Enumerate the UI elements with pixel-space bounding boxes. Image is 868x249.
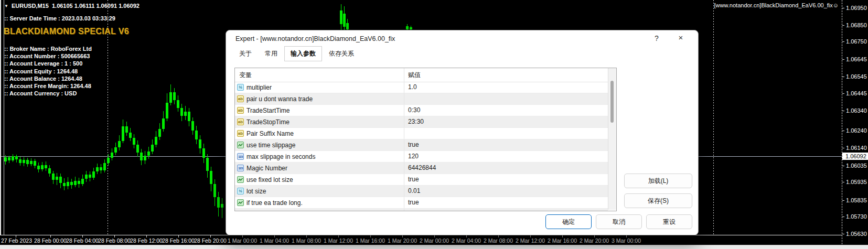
price-axis-label: 1.06445 xyxy=(846,90,867,96)
candle-body xyxy=(8,157,10,160)
param-value-cell[interactable]: 0:30 xyxy=(404,105,608,116)
account-info-line: :: Account Number : 500665663 xyxy=(4,52,92,60)
table-row[interactable]: ½multiplier1.0 xyxy=(235,82,608,93)
candle-body xyxy=(34,161,36,166)
candle-body xyxy=(406,26,409,29)
price-tick xyxy=(842,182,844,182)
symbol-dropdown-icon[interactable]: ▼ xyxy=(4,4,8,8)
param-name-cell: use fixed lot size xyxy=(235,174,404,185)
table-row[interactable]: abPair Suffix Name xyxy=(235,128,608,139)
current-price-label: 1.06092 xyxy=(842,153,868,160)
price-tick xyxy=(842,77,844,77)
candle-body xyxy=(221,204,223,208)
param-type-icon-text: ab xyxy=(237,130,244,137)
table-row[interactable]: if true ea trade long.true xyxy=(235,197,608,209)
candle-body xyxy=(59,177,62,183)
table-row[interactable]: ½lot size0.01 xyxy=(235,186,608,197)
candle-body xyxy=(210,171,212,184)
candle-body xyxy=(346,23,349,29)
param-name-cell: abTradeStartTime xyxy=(235,105,404,116)
candle-body xyxy=(184,112,187,116)
param-value-cell[interactable]: 120 xyxy=(404,151,608,162)
tab-item[interactable]: 依存关系 xyxy=(323,47,360,61)
cancel-button[interactable]: 取消 xyxy=(596,214,642,229)
price-axis-label: 1.06850 xyxy=(846,22,867,28)
price-axis-label: 1.05835 xyxy=(846,197,867,203)
param-name-cell: 123Magic Number xyxy=(235,163,404,174)
candle-body xyxy=(96,167,99,171)
candle-body xyxy=(151,145,154,151)
table-scrollbar-thumb[interactable] xyxy=(610,81,614,123)
candle-body xyxy=(147,151,150,156)
time-axis-label: 2 Mar 16:00 xyxy=(548,237,577,244)
param-value-cell[interactable]: 1.0 xyxy=(404,82,608,93)
candle-body xyxy=(89,175,91,178)
candle-body xyxy=(118,141,121,147)
time-axis-label: 28 Feb 16:00 xyxy=(162,237,195,244)
candle-body xyxy=(140,153,143,160)
price-axis-label: 1.06035 xyxy=(846,163,867,169)
close-button[interactable]: × xyxy=(673,33,689,45)
param-name-cell: if true ea trade long. xyxy=(235,197,404,208)
table-row[interactable]: abTradeStartTime0:30 xyxy=(235,105,608,116)
param-type-icon-text: ab xyxy=(237,95,244,102)
param-value-cell[interactable]: 0.01 xyxy=(404,186,608,197)
table-row[interactable]: if true ea trade scalpingfalse xyxy=(235,209,608,211)
table-scrollbar[interactable] xyxy=(608,68,616,210)
symbol-info-line: ▼EURUSD,M15 1.06105 1.06111 1.06091 1.06… xyxy=(4,3,140,9)
table-row[interactable]: 123max slippage in seconds120 xyxy=(235,151,608,163)
tab-item[interactable]: 常用 xyxy=(259,47,284,61)
candle-body xyxy=(92,171,95,178)
candle-body xyxy=(45,165,47,168)
candle-body xyxy=(78,181,80,184)
param-name-label: if true ea trade scalping xyxy=(247,211,312,212)
candle-body xyxy=(41,165,44,169)
time-axis-label: 2 Mar 20:00 xyxy=(580,237,609,244)
candle-body xyxy=(111,153,113,158)
account-info-block: :: Broker Name : RoboForex Ltd:: Account… xyxy=(4,45,92,97)
price-axis[interactable]: 1.069501.068501.067501.066451.065451.064… xyxy=(842,0,868,244)
ok-button[interactable]: 确定 xyxy=(545,214,592,229)
price-tick xyxy=(842,131,844,131)
symbol-ohlc: 1.06105 1.06111 1.06091 1.06092 xyxy=(52,3,140,9)
param-value-cell[interactable]: false xyxy=(404,209,608,211)
price-tick xyxy=(842,216,844,217)
param-value-cell[interactable]: 23:30 xyxy=(404,116,608,127)
table-row[interactable]: abTradeStopTime23:30 xyxy=(235,116,608,128)
candle-body xyxy=(81,179,84,184)
param-value-cell[interactable]: true xyxy=(404,197,608,208)
candle-body xyxy=(12,156,14,160)
time-axis[interactable]: 27 Feb 202328 Feb 00:0028 Feb 04:0028 Fe… xyxy=(0,235,842,245)
price-tick xyxy=(842,41,844,42)
candle-body xyxy=(188,112,190,121)
param-value-cell[interactable] xyxy=(404,93,608,104)
param-value-cell[interactable]: 64426844 xyxy=(404,163,608,174)
tab-item[interactable]: 关于 xyxy=(233,47,258,61)
candle-body xyxy=(199,139,201,148)
time-axis-label: 1 Mar 04:00 xyxy=(260,237,289,244)
param-value-cell[interactable] xyxy=(404,128,608,139)
param-name-label: Magic Number xyxy=(247,165,287,172)
candle-body xyxy=(23,160,25,163)
param-name-cell: ½lot size xyxy=(235,186,404,197)
help-button[interactable]: ? xyxy=(650,34,663,45)
param-name-label: Pair Suffix Name xyxy=(247,130,294,137)
reset-button[interactable]: 重设 xyxy=(646,214,692,229)
price-tick xyxy=(842,148,844,148)
table-row[interactable]: 123Magic Number64426844 xyxy=(235,163,608,174)
time-axis-label: 1 Mar 12:00 xyxy=(324,237,353,244)
table-row[interactable]: abpair u dont wanna trade xyxy=(235,93,608,105)
time-axis-label: 2 Mar 08:00 xyxy=(484,237,513,244)
param-name-label: multiplier xyxy=(247,84,272,91)
load-button[interactable]: 加载(L) xyxy=(624,174,692,188)
tab-selected[interactable]: 输入参数 xyxy=(284,46,322,61)
param-value-cell[interactable]: true xyxy=(404,174,608,185)
param-type-icon-half: ½ xyxy=(237,188,244,194)
param-value-cell[interactable]: true xyxy=(404,139,608,150)
param-name-label: use fixed lot size xyxy=(247,176,293,183)
column-header-variable: 变量 xyxy=(235,68,404,82)
param-name-cell: abTradeStopTime xyxy=(235,116,404,127)
save-button[interactable]: 保存(S) xyxy=(624,193,692,208)
table-row[interactable]: use time slippagetrue xyxy=(235,139,608,151)
table-row[interactable]: use fixed lot sizetrue xyxy=(235,174,608,186)
